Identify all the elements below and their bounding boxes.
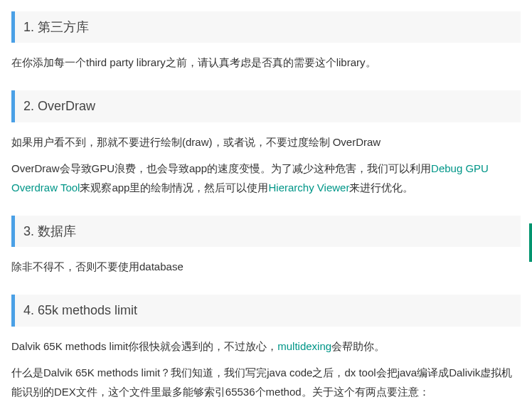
heading-65k-methods: 4. 65k methods limit (11, 295, 521, 326)
text: 除非不得不，否则不要使用database (11, 260, 183, 273)
heading-overdraw: 2. OverDraw (11, 90, 521, 122)
heading-title: 数据库 (38, 224, 76, 238)
text: Dalvik 65K methods limit你很快就会遇到的，不过放心， (11, 340, 277, 352)
right-accent-bar (529, 223, 532, 262)
para-65k-2: 什么是Dalvik 65K methods limit？我们知道，我们写完jav… (0, 363, 532, 402)
heading-database: 3. 数据库 (11, 216, 521, 247)
para-65k-1: Dalvik 65K methods limit你很快就会遇到的，不过放心，mu… (0, 337, 532, 363)
text: 什么是Dalvik 65K methods limit？我们知道，我们写完jav… (11, 366, 512, 398)
para-third-party: 在你添加每一个third party library之前，请认真考虑是否真的需要… (0, 53, 532, 79)
link-multidexing[interactable]: multidexing (277, 340, 331, 352)
link-hierarchy-viewer[interactable]: Hierarchy Viewer (268, 181, 349, 194)
text: 在你添加每一个third party library之前，请认真考虑是否真的需要… (11, 56, 376, 68)
heading-num: 4. (23, 303, 34, 317)
heading-title: 65k methods limit (38, 303, 137, 317)
text: 会帮助你。 (331, 340, 385, 352)
heading-title: 第三方库 (38, 20, 89, 34)
heading-num: 2. (23, 99, 34, 113)
text: 如果用户看不到，那就不要进行绘制(draw)，或者说，不要过度绘制 OverDr… (11, 136, 381, 148)
text: OverDraw会导致GPU浪费，也会导致app的速度变慢。为了减少这种危害，我… (11, 162, 431, 174)
para-database: 除非不得不，否则不要使用database (0, 257, 532, 283)
heading-num: 3. (23, 224, 34, 238)
para-overdraw-1: 如果用户看不到，那就不要进行绘制(draw)，或者说，不要过度绘制 OverDr… (0, 132, 532, 159)
heading-num: 1. (23, 20, 34, 34)
text: 来进行优化。 (349, 181, 413, 194)
text: 来观察app里的绘制情况，然后可以使用 (80, 181, 268, 194)
heading-third-party-lib: 1. 第三方库 (11, 11, 521, 43)
heading-title: OverDraw (38, 99, 95, 113)
para-overdraw-2: OverDraw会导致GPU浪费，也会导致app的速度变慢。为了减少这种危害，我… (0, 159, 532, 204)
